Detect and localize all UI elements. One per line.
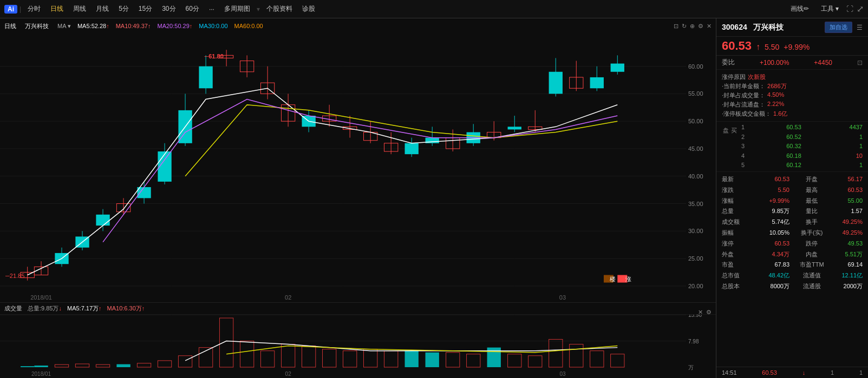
fullscreen-icon[interactable]: ⤢ — [857, 4, 864, 14]
right-panel: 300624 万兴科技 加自选 ☰ 60.53 ↑ 5.50 +9.99% 委比… — [716, 18, 868, 378]
volume-container: 成交量 总量:9.85万↓ MA5:7.17万↑ MA10:6.30万↑ ✕ ⚙ — [0, 302, 716, 378]
copy-icon[interactable]: ⊡ — [857, 59, 863, 67]
webi-val: +100.00% — [760, 59, 789, 67]
buy-row-4: 4 60.18 10 — [741, 151, 863, 161]
webi-label: 委比 — [722, 58, 735, 67]
toolbar-15min[interactable]: 15分 — [134, 3, 156, 15]
buy-row-2: 2 60.52 1 — [741, 132, 863, 142]
chart-stock-label: 万兴科技 — [25, 22, 49, 30]
vol-total: 总量:9.85万↓ — [28, 304, 62, 313]
refresh-icon[interactable]: ↻ — [682, 23, 687, 30]
info-section: 涨停原因 次新股 ·当前封单金额：2686万 ·封单占成交量：4.50% ·封单… — [716, 70, 868, 122]
info-tag-link[interactable]: 次新股 — [748, 73, 766, 81]
stock-code: 300624 — [722, 23, 747, 31]
candlestick-container[interactable] — [0, 34, 716, 302]
ma60-label: MA60:0.00 — [234, 23, 263, 29]
stats-table: 最新 60.53 开盘 56.17 涨跌 5.50 最高 60.53 涨幅 +9… — [716, 172, 868, 367]
price-arrow: ↑ — [756, 42, 760, 52]
toolbar-tools[interactable]: 工具 ▾ — [817, 3, 843, 15]
buy-area: 买盘 1 60.53 4437 2 60.52 1 3 60.32 1 — [716, 122, 868, 172]
stats-row-7: 外盘 4.34万 内盘 5.51万 — [722, 249, 863, 260]
ai-badge: Ai — [4, 5, 17, 14]
last-price: 60.53 — [762, 369, 777, 376]
vol-count-2: 1 — [859, 369, 863, 376]
buy-row-3: 3 60.32 1 — [741, 142, 863, 151]
current-price: 60.53 — [722, 39, 752, 53]
toolbar-stockinfo[interactable]: 个股资料 — [262, 3, 297, 15]
settings-icon[interactable]: ⚙ — [698, 23, 703, 30]
webi-count: +4450 — [814, 59, 832, 67]
ma-label[interactable]: MA ▾ — [57, 23, 71, 30]
info-row-4: ·涨停板成交金额：1.6亿 — [722, 110, 863, 118]
add-watch-button[interactable]: 加自选 — [825, 22, 852, 33]
stats-row-8: 市盈 67.83 市盈TTM 69.14 — [722, 260, 863, 270]
chart-toolbar: 日线 万兴科技 MA ▾ MA5:52.28↑ MA10:49.37↑ MA20… — [0, 18, 716, 34]
toolbar-daily[interactable]: 日线 — [46, 3, 68, 15]
vol-ma5: MA5:7.17万↑ — [67, 304, 102, 313]
stats-row-0: 最新 60.53 开盘 56.17 — [722, 174, 863, 185]
toolbar-right: 画线✏ 工具 ▾ ⛶ ⤢ — [786, 3, 864, 15]
toolbar-more[interactable]: ··· — [205, 4, 219, 14]
info-label-0: 涨停原因 — [722, 73, 746, 81]
stats-row-6: 涨停 60.53 跌停 49.53 — [722, 238, 863, 249]
vol-label: 成交量 — [4, 304, 22, 313]
main-layout: 日线 万兴科技 MA ▾ MA5:52.28↑ MA10:49.37↑ MA20… — [0, 18, 868, 378]
chart-area: 日线 万兴科技 MA ▾ MA5:52.28↑ MA10:49.37↑ MA20… — [0, 18, 716, 378]
candlestick-chart[interactable] — [0, 34, 716, 302]
toolbar-60min[interactable]: 60分 — [181, 3, 204, 15]
toolbar-weekly[interactable]: 周线 — [69, 3, 90, 15]
toolbar-5min[interactable]: 5分 — [114, 3, 133, 15]
toolbar-30min[interactable]: 30分 — [158, 3, 180, 15]
plus-icon[interactable]: ⊕ — [690, 23, 695, 30]
stats-row-5: 振幅 10.05% 换手(实) 49.25% — [722, 228, 863, 238]
info-row-3: ·封单占流通盘：2.22% — [722, 101, 863, 109]
expand-icon[interactable]: ⛶ — [846, 5, 853, 13]
toolbar-monthly[interactable]: 月线 — [92, 3, 113, 15]
buy-side-label: 买盘 — [722, 123, 738, 170]
ma5-label: MA5:52.28↑ — [77, 23, 109, 29]
buy-row-1: 1 60.53 4437 — [741, 123, 863, 132]
vol-ma10: MA10:6.30万↑ — [107, 304, 145, 313]
vol-count-1: 1 — [831, 369, 834, 376]
price-area: 60.53 ↑ 5.50 +9.99% — [716, 37, 868, 56]
stats-row-3: 总量 9.85万 量比 1.57 — [722, 206, 863, 217]
toolbar-draw[interactable]: 画线✏ — [786, 3, 813, 15]
buy-row-5: 5 60.12 1 — [741, 161, 863, 170]
toolbar-diagnosis[interactable]: 诊股 — [298, 3, 319, 15]
price-direction: ↓ — [802, 369, 806, 376]
ma20-label: MA20:50.29↑ — [157, 23, 192, 29]
stock-name: 万兴科技 — [753, 23, 784, 31]
info-row-0: 涨停原因 次新股 — [722, 73, 863, 81]
stats-row-1: 涨跌 5.50 最高 60.53 — [722, 185, 863, 196]
right-header: 300624 万兴科技 加自选 ☰ — [716, 18, 868, 37]
volume-toolbar: 成交量 总量:9.85万↓ MA5:7.17万↑ MA10:6.30万↑ ✕ ⚙ — [0, 303, 716, 315]
webi-row: 委比 +100.00% +4450 ⊡ — [716, 56, 868, 70]
chart-settings: ⊡ ↻ ⊕ ⚙ ✕ — [674, 23, 712, 30]
stats-row-10: 总股本 8000万 流通股 2000万 — [722, 281, 863, 292]
volume-chart[interactable] — [0, 315, 716, 378]
ma10-label: MA10:49.37↑ — [116, 23, 151, 29]
price-pct: +9.99% — [784, 43, 810, 51]
top-toolbar: Ai | 分时 日线 周线 月线 5分 15分 30分 60分 ··· 多周期图… — [0, 0, 868, 18]
price-change: 5.50 — [765, 43, 779, 51]
chart-type-label: 日线 — [4, 22, 16, 30]
time-row: 14:51 60.53 ↓ 1 1 — [716, 367, 868, 378]
close-icon[interactable]: ✕ — [707, 23, 712, 30]
ma30-label: MA30:0.00 — [199, 23, 227, 29]
toolbar-fenshi[interactable]: 分时 — [23, 3, 45, 15]
copy-icon[interactable]: ⊡ — [674, 23, 678, 30]
stats-row-9: 总市值 48.42亿 流通值 12.11亿 — [722, 270, 863, 281]
time-label: 14:51 — [722, 369, 737, 376]
info-row-2: ·封单占成交量：4.50% — [722, 91, 863, 100]
buy-rows: 1 60.53 4437 2 60.52 1 3 60.32 1 4 60.18 — [741, 123, 863, 170]
info-row-1: ·当前封单金额：2686万 — [722, 82, 863, 90]
menu-icon[interactable]: ☰ — [857, 24, 863, 31]
stats-row-2: 涨幅 +9.99% 最低 55.00 — [722, 196, 863, 207]
stats-row-4: 成交额 5.74亿 换手 49.25% — [722, 217, 863, 228]
toolbar-multiperiod[interactable]: 多周期图 — [220, 3, 254, 15]
